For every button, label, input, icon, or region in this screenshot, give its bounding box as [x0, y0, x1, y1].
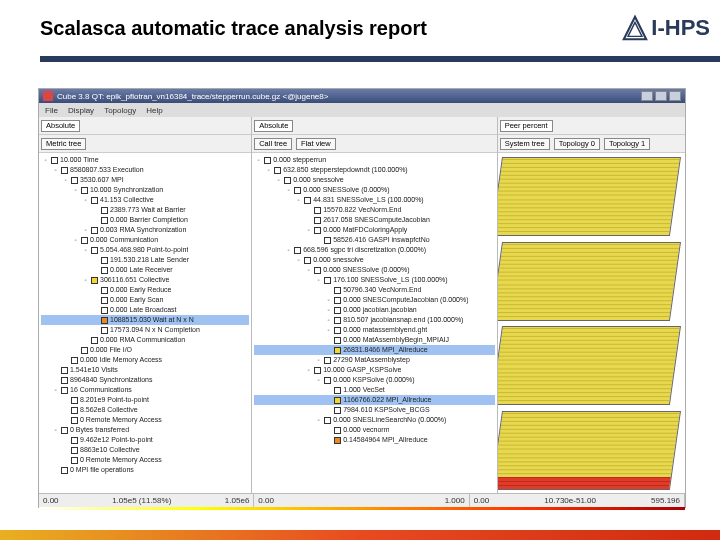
expand-toggle[interactable]: -	[314, 275, 323, 285]
tree-row[interactable]: 7984.610 KSPSolve_BCGS	[254, 405, 494, 415]
menu-file[interactable]: File	[45, 106, 58, 115]
tree-row[interactable]: 0.000 MatAssemblyBegin_MPIAIJ	[254, 335, 494, 345]
tree-row[interactable]: 17573.094 N x N Completion	[41, 325, 249, 335]
tree-row[interactable]: -41.153 Collective	[41, 195, 249, 205]
expand-toggle[interactable]: -	[51, 165, 60, 175]
expand-toggle[interactable]: -	[314, 415, 323, 425]
tab-topology-1[interactable]: Topology 1	[604, 138, 650, 150]
system-view-dropdown[interactable]: Peer percent	[500, 120, 553, 132]
tree-row[interactable]: -668.596 sgpc tri discretization (0.000%…	[254, 245, 494, 255]
expand-toggle[interactable]: -	[324, 305, 333, 315]
tree-row[interactable]: 9.462e12 Point-to-point	[41, 435, 249, 445]
tree-row[interactable]: -0.000 matassemblyend.ght	[254, 325, 494, 335]
tree-row[interactable]: 15570.822 VecNorm.End	[254, 205, 494, 215]
expand-toggle[interactable]: -	[81, 275, 90, 285]
expand-toggle[interactable]: -	[284, 245, 293, 255]
close-icon[interactable]	[669, 91, 681, 101]
tree-row[interactable]: 0.14584964 MPI_Allreduce	[254, 435, 494, 445]
tree-row[interactable]: 1.000 VecSet	[254, 385, 494, 395]
tab-system-tree[interactable]: System tree	[500, 138, 550, 150]
expand-toggle[interactable]: -	[71, 235, 80, 245]
topology-view[interactable]	[498, 153, 685, 493]
expand-toggle[interactable]: -	[294, 195, 303, 205]
tree-row[interactable]: -0.000 Communication	[41, 235, 249, 245]
tree-row[interactable]: -0.000 MatFDColoringApply	[254, 225, 494, 235]
expand-toggle[interactable]: -	[61, 175, 70, 185]
expand-toggle[interactable]: -	[51, 425, 60, 435]
expand-toggle[interactable]: -	[71, 185, 80, 195]
tree-row[interactable]: 26831.8466 MPI_Allreduce	[254, 345, 494, 355]
tree-row[interactable]: 0.000 Late Broadcast	[41, 305, 249, 315]
call-view-dropdown[interactable]: Absolute	[254, 120, 293, 132]
tree-row[interactable]: 0.000 vecnorm	[254, 425, 494, 435]
expand-toggle[interactable]: -	[314, 355, 323, 365]
tree-row[interactable]: -27290 MatAssemblystep	[254, 355, 494, 365]
tree-row[interactable]: -0 Bytes transferred	[41, 425, 249, 435]
tab-topology-0[interactable]: Topology 0	[554, 138, 600, 150]
expand-toggle[interactable]: -	[81, 225, 90, 235]
expand-toggle[interactable]: -	[274, 175, 283, 185]
expand-toggle[interactable]: -	[314, 375, 323, 385]
tab-call-tree[interactable]: Call tree	[254, 138, 292, 150]
tree-row[interactable]: -0.000 KSPSolve (0.000%)	[254, 375, 494, 385]
tree-row[interactable]: 8.562e8 Collective	[41, 405, 249, 415]
expand-toggle[interactable]: -	[284, 185, 293, 195]
tree-row[interactable]: -0.000 SNESComputeJacobian (0.000%)	[254, 295, 494, 305]
tree-row[interactable]: -16 Communications	[41, 385, 249, 395]
tree-row[interactable]: -632.850 stepperstepdowndt (100.000%)	[254, 165, 494, 175]
tree-row[interactable]: 8863e10 Collective	[41, 445, 249, 455]
tree-row[interactable]: -10.000 Time	[41, 155, 249, 165]
tree-row[interactable]: 0 Remote Memory Access	[41, 415, 249, 425]
expand-toggle[interactable]: -	[264, 165, 273, 175]
tree-row[interactable]: 1088515.030 Wait at N x N	[41, 315, 249, 325]
metric-view-dropdown[interactable]: Absolute	[41, 120, 80, 132]
tree-row[interactable]: 0 Remote Memory Access	[41, 455, 249, 465]
minimize-icon[interactable]	[641, 91, 653, 101]
menu-help[interactable]: Help	[146, 106, 162, 115]
tree-row[interactable]: 2389.773 Wait at Barrier	[41, 205, 249, 215]
tree-row[interactable]: 8.201e9 Point-to-point	[41, 395, 249, 405]
tree-row[interactable]: 1.541e10 Visits	[41, 365, 249, 375]
expand-toggle[interactable]: -	[324, 315, 333, 325]
tree-row[interactable]: -0.000 SNESSolve (0.000%)	[254, 185, 494, 195]
tree-row[interactable]: 58526.416 GASPI inswapfctNo	[254, 235, 494, 245]
tree-row[interactable]: 0.000 Idle Memory Access	[41, 355, 249, 365]
expand-toggle[interactable]: -	[294, 255, 303, 265]
tree-row[interactable]: 0.000 Early Scan	[41, 295, 249, 305]
tab-flat-view[interactable]: Flat view	[296, 138, 336, 150]
tree-row[interactable]: 8964840 Synchronizations	[41, 375, 249, 385]
tree-row[interactable]: -0.000 SNESLineSearchNo (0.000%)	[254, 415, 494, 425]
menubar[interactable]: File Display Topology Help	[39, 103, 685, 117]
expand-toggle[interactable]: -	[324, 325, 333, 335]
expand-toggle[interactable]: -	[51, 385, 60, 395]
tree-row[interactable]: 50796.340 VecNorm.End	[254, 285, 494, 295]
tree-row[interactable]: -5.054.468.980 Point-to-point	[41, 245, 249, 255]
expand-toggle[interactable]: -	[81, 245, 90, 255]
tree-row[interactable]: -8580807.533 Execution	[41, 165, 249, 175]
expand-toggle[interactable]: -	[41, 155, 50, 165]
tree-row[interactable]: 0.000 RMA Communication	[41, 335, 249, 345]
tree-row[interactable]: -176.100 SNESSolve_LS (100.000%)	[254, 275, 494, 285]
tree-row[interactable]: -0.000 jacobian.jacobian	[254, 305, 494, 315]
expand-toggle[interactable]: -	[81, 195, 90, 205]
tree-row[interactable]: -3530.607 MPI	[41, 175, 249, 185]
menu-display[interactable]: Display	[68, 106, 94, 115]
tree-row[interactable]: -0.000 SNESSolve (0.000%)	[254, 265, 494, 275]
expand-toggle[interactable]: -	[254, 155, 263, 165]
expand-toggle[interactable]: -	[324, 295, 333, 305]
tree-row[interactable]: 2617.058 SNESComputeJacobian	[254, 215, 494, 225]
tree-row[interactable]: -0.000 stepperrun	[254, 155, 494, 165]
tree-row[interactable]: -810.507 jacobiansnap.end (100.000%)	[254, 315, 494, 325]
metric-tree[interactable]: -10.000 Time-8580807.533 Execution-3530.…	[39, 153, 251, 493]
tree-row[interactable]: -44.831 SNESSolve_LS (100.000%)	[254, 195, 494, 205]
window-titlebar[interactable]: Cube 3.8 QT: epik_pflotran_vn16384_trace…	[39, 89, 685, 103]
expand-toggle[interactable]: -	[304, 265, 313, 275]
tree-row[interactable]: -0.000 snessolve	[254, 175, 494, 185]
tree-row[interactable]: 0.000 Barrier Completion	[41, 215, 249, 225]
tree-row[interactable]: -0.003 RMA Synchronization	[41, 225, 249, 235]
menu-topology[interactable]: Topology	[104, 106, 136, 115]
expand-toggle[interactable]: -	[304, 225, 313, 235]
tree-row[interactable]: 0 MPI file operations	[41, 465, 249, 475]
tree-row[interactable]: 0.000 Early Reduce	[41, 285, 249, 295]
tree-row[interactable]: -10.000 Synchronization	[41, 185, 249, 195]
